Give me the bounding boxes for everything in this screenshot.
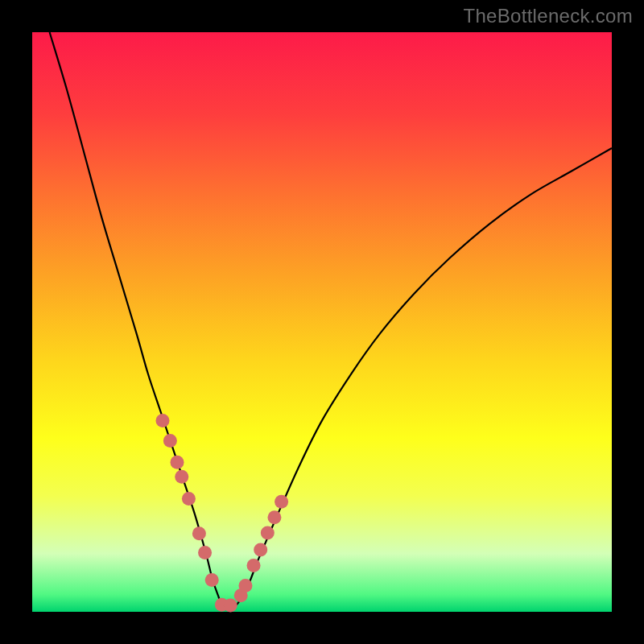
marker-dot — [171, 456, 184, 469]
marker-dot — [267, 510, 281, 524]
attribution-text: TheBottleneck.com — [463, 5, 633, 27]
marker-group — [156, 414, 289, 613]
marker-dot — [205, 573, 219, 587]
marker-dot — [163, 434, 177, 448]
marker-dot — [198, 546, 212, 559]
marker-dot — [175, 470, 188, 484]
marker-dot — [224, 599, 237, 613]
marker-dot — [182, 492, 196, 506]
chart-plot-area — [32, 32, 612, 612]
marker-dot — [192, 526, 206, 540]
marker-dot — [275, 495, 288, 509]
bottleneck-curve — [50, 32, 612, 608]
marker-dot — [156, 414, 170, 427]
chart-svg — [32, 32, 612, 612]
marker-dot — [247, 559, 261, 572]
marker-dot — [254, 543, 267, 556]
marker-dot — [238, 579, 252, 592]
marker-dot — [261, 526, 275, 540]
